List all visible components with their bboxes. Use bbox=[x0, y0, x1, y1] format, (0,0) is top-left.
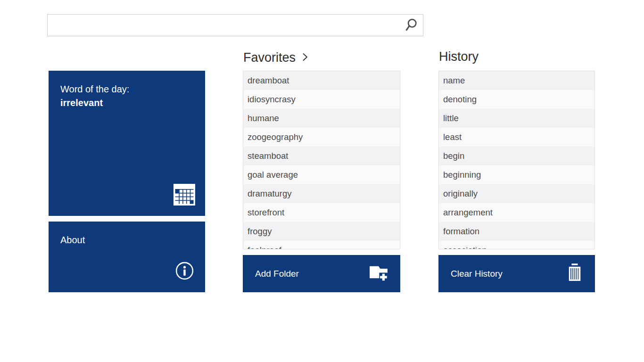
search-box bbox=[47, 14, 423, 36]
info-icon bbox=[175, 261, 194, 282]
about-label: About bbox=[60, 233, 85, 247]
list-item[interactable]: name bbox=[439, 71, 594, 90]
list-item[interactable]: association bbox=[439, 241, 594, 249]
favorites-header[interactable]: Favorites bbox=[243, 49, 308, 66]
history-list: namedenotinglittleleastbeginbeginningori… bbox=[438, 71, 595, 249]
word-of-the-day-label: Word of the day: bbox=[60, 82, 129, 96]
list-item[interactable]: dramaturgy bbox=[243, 184, 400, 203]
list-item[interactable]: froggy bbox=[243, 222, 400, 241]
about-tile[interactable]: About bbox=[49, 222, 205, 292]
list-item[interactable]: storefront bbox=[243, 203, 400, 222]
word-of-the-day-tile[interactable]: Word of the day: irrelevant bbox=[49, 71, 205, 216]
list-item[interactable]: zoogeography bbox=[243, 128, 400, 147]
list-item[interactable]: originally bbox=[439, 184, 594, 203]
list-item[interactable]: least bbox=[439, 128, 594, 147]
list-item[interactable]: little bbox=[439, 109, 594, 128]
list-item[interactable]: steamboat bbox=[243, 147, 400, 165]
list-item[interactable]: begin bbox=[439, 147, 594, 165]
clear-history-label: Clear History bbox=[451, 269, 503, 279]
list-item[interactable]: arrangement bbox=[439, 203, 594, 222]
search-icon[interactable] bbox=[403, 18, 418, 33]
history-header: History bbox=[439, 49, 479, 64]
favorites-title: Favorites bbox=[243, 50, 296, 65]
list-item[interactable]: beginning bbox=[439, 165, 594, 184]
history-title: History bbox=[439, 49, 479, 64]
chevron-right-icon bbox=[302, 51, 308, 66]
add-folder-label: Add Folder bbox=[255, 269, 299, 279]
search-input[interactable] bbox=[48, 15, 423, 36]
add-folder-button[interactable]: Add Folder bbox=[243, 255, 400, 292]
list-item[interactable]: foolproof bbox=[243, 241, 400, 249]
list-item[interactable]: goal average bbox=[243, 165, 400, 184]
clear-history-button[interactable]: Clear History bbox=[438, 255, 595, 292]
calendar-icon bbox=[173, 184, 195, 207]
favorites-list: dreamboatidiosyncrasyhumanezoogeographys… bbox=[243, 71, 400, 249]
list-item[interactable]: idiosyncrasy bbox=[243, 90, 400, 109]
trash-icon bbox=[567, 263, 582, 284]
word-of-the-day-text: Word of the day: irrelevant bbox=[60, 82, 129, 110]
dictionary-app-home: Word of the day: irrelevant bbox=[0, 0, 644, 362]
folder-plus-icon bbox=[370, 265, 388, 283]
list-item[interactable]: humane bbox=[243, 109, 400, 128]
list-item[interactable]: formation bbox=[439, 222, 594, 241]
list-item[interactable]: denoting bbox=[439, 90, 594, 109]
list-item[interactable]: dreamboat bbox=[243, 71, 400, 90]
word-of-the-day-word: irrelevant bbox=[60, 96, 129, 110]
